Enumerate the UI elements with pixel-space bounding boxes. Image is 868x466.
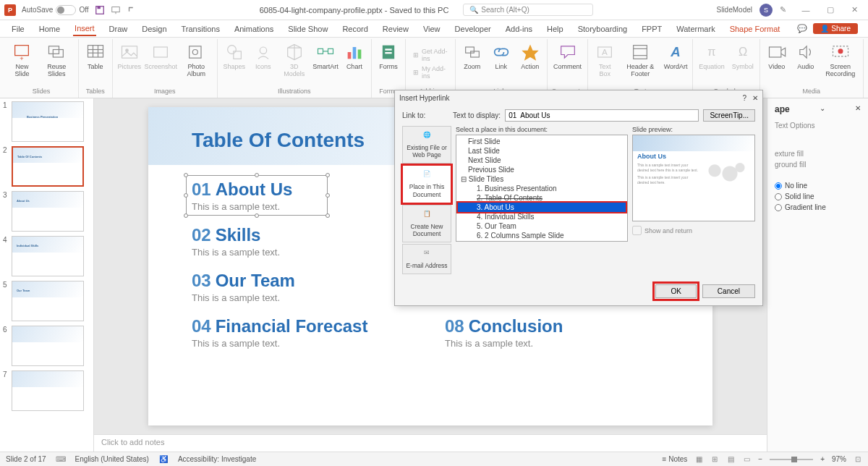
- close-pane-icon[interactable]: ✕: [855, 104, 861, 119]
- zoom-button[interactable]: Zoom: [460, 41, 485, 72]
- comment-button[interactable]: Comment: [552, 41, 583, 72]
- share-button[interactable]: 👤Share: [813, 23, 858, 34]
- cancel-button[interactable]: Cancel: [702, 284, 755, 298]
- place-next-slide[interactable]: Next Slide: [458, 156, 626, 165]
- toc-item-4[interactable]: 04Financial ForecastThis is a sample tex…: [192, 316, 416, 349]
- place-list[interactable]: First Slide Last Slide Next Slide Previo…: [456, 135, 628, 242]
- toc-item-2[interactable]: 02SkillsThis is a sample text.: [192, 225, 416, 258]
- screentip-button[interactable]: ScreenTip...: [703, 109, 755, 122]
- pictures-button[interactable]: Pictures: [117, 41, 142, 72]
- thumbnail-5[interactable]: Our Team: [12, 281, 84, 321]
- symbol-button[interactable]: ΩSymbol: [731, 41, 755, 72]
- 3d-models-button[interactable]: 3D Models: [280, 41, 309, 80]
- user-avatar[interactable]: S: [760, 4, 773, 17]
- linkto-create-new[interactable]: 📋Create New Document: [402, 205, 451, 242]
- screen-recording-button[interactable]: Screen Recording: [822, 41, 859, 80]
- place-previous-slide[interactable]: Previous Slide: [458, 165, 626, 174]
- wordart-button[interactable]: AWordArt: [663, 41, 688, 72]
- thumbnail-6[interactable]: [12, 326, 84, 366]
- linkto-place-in-document[interactable]: 📄Place in This Document: [402, 165, 451, 203]
- tab-view[interactable]: View: [422, 22, 442, 35]
- view-reading-icon[interactable]: ▤: [726, 455, 735, 464]
- pen-icon[interactable]: ✎: [780, 5, 790, 15]
- place-slide-2[interactable]: 2. Table Of Contents: [458, 193, 626, 203]
- place-slide-titles[interactable]: ⊟ Slide Titles: [458, 174, 626, 184]
- accessibility-status[interactable]: Accessibility: Investigate: [178, 455, 256, 463]
- action-button[interactable]: Action: [518, 41, 542, 72]
- zoom-in-button[interactable]: +: [820, 455, 825, 463]
- maximize-button[interactable]: ▢: [822, 1, 839, 19]
- tab-draw[interactable]: Draw: [108, 22, 129, 35]
- toc-item-8[interactable]: 08ConclusionThis is a sample text.: [445, 316, 669, 349]
- place-first-slide[interactable]: First Slide: [458, 137, 626, 146]
- show-and-return-checkbox[interactable]: Show and return: [632, 226, 755, 235]
- place-last-slide[interactable]: Last Slide: [458, 146, 626, 156]
- equation-button[interactable]: πEquation: [697, 41, 726, 72]
- toc-item-1[interactable]: 01About UsThis is a sample text.: [192, 179, 416, 212]
- tab-insert[interactable]: Insert: [73, 22, 96, 36]
- get-addins-button[interactable]: ⊞Get Add-ins: [410, 47, 451, 63]
- forms-button[interactable]: Forms: [376, 41, 401, 72]
- thumbnail-1[interactable]: Business Presentation: [12, 101, 84, 142]
- present-icon[interactable]: [111, 5, 121, 15]
- comments-icon[interactable]: 💬: [797, 24, 807, 34]
- screenshot-button[interactable]: Screenshot: [146, 41, 176, 72]
- language-status[interactable]: English (United States): [75, 455, 149, 463]
- icons-button[interactable]: Icons: [251, 41, 276, 72]
- dialog-help-icon[interactable]: ?: [742, 94, 746, 102]
- audio-button[interactable]: Audio: [793, 41, 818, 72]
- text-box-button[interactable]: AText Box: [592, 41, 617, 80]
- notes-toggle[interactable]: ≡ Notes: [663, 455, 688, 463]
- video-button[interactable]: Video: [765, 41, 789, 72]
- autosave-toggle[interactable]: AutoSave Off: [22, 5, 89, 15]
- place-slide-6[interactable]: 6. 2 Columns Sample Slide: [458, 231, 626, 240]
- solid-line-radio[interactable]: Solid line: [775, 192, 861, 200]
- ok-button[interactable]: OK: [655, 284, 696, 298]
- tab-shape-format[interactable]: Shape Format: [728, 22, 782, 35]
- tab-record[interactable]: Record: [341, 22, 369, 35]
- view-normal-icon[interactable]: ▦: [694, 455, 703, 464]
- thumbnail-7[interactable]: [12, 370, 84, 411]
- thumbnail-2[interactable]: Table Of Contents: [12, 146, 84, 187]
- slide-position[interactable]: Slide 2 of 17: [6, 455, 46, 463]
- reuse-slides-button[interactable]: Reuse Slides: [40, 41, 74, 80]
- tab-fppt[interactable]: FPPT: [640, 22, 663, 35]
- linkto-existing-file[interactable]: 🌐Existing File or Web Page: [402, 126, 451, 164]
- thumbnail-3[interactable]: About Us: [12, 191, 84, 232]
- text-options-tab[interactable]: Text Options: [775, 122, 861, 130]
- slide-thumbnails-panel[interactable]: 1Business Presentation 2Table Of Content…: [0, 98, 94, 452]
- linkto-email[interactable]: ✉E-mail Address: [402, 244, 451, 274]
- smartart-button[interactable]: SmartArt: [313, 41, 338, 72]
- close-button[interactable]: ✕: [846, 1, 864, 19]
- fit-to-window-icon[interactable]: ⊡: [854, 455, 862, 464]
- gradient-line-radio[interactable]: Gradient line: [775, 203, 861, 211]
- zoom-level[interactable]: 97%: [832, 455, 846, 463]
- search-input[interactable]: 🔍 Search (Alt+Q): [463, 4, 593, 16]
- place-slide-5[interactable]: 5. Our Team: [458, 221, 626, 231]
- no-line-radio[interactable]: No line: [775, 182, 861, 190]
- minimize-button[interactable]: —: [797, 1, 814, 19]
- zoom-slider[interactable]: [770, 459, 813, 460]
- tab-addins[interactable]: Add-ins: [504, 22, 534, 35]
- new-slide-button[interactable]: +New Slide: [9, 41, 35, 80]
- place-slide-3[interactable]: 3. About Us: [458, 203, 626, 212]
- notes-pane[interactable]: Click to add notes: [94, 434, 767, 452]
- chevron-down-icon[interactable]: ⌄: [820, 104, 825, 119]
- my-addins-button[interactable]: ⊞My Add-ins: [410, 64, 451, 80]
- toggle-icon[interactable]: [56, 5, 76, 15]
- toc-item-3[interactable]: 03Our TeamThis is a sample text.: [192, 271, 416, 303]
- tab-file[interactable]: File: [10, 22, 26, 35]
- tab-transitions[interactable]: Transitions: [180, 22, 221, 35]
- tab-help[interactable]: Help: [545, 22, 565, 35]
- thumbnail-4[interactable]: Individual Skills: [12, 236, 84, 276]
- place-slide-1[interactable]: 1. Business Presentation: [458, 184, 626, 193]
- view-slideshow-icon[interactable]: ▭: [742, 455, 751, 464]
- place-slide-4[interactable]: 4. Individual Skills: [458, 212, 626, 221]
- tab-design[interactable]: Design: [140, 22, 168, 35]
- tab-developer[interactable]: Developer: [454, 22, 493, 35]
- chart-button[interactable]: Chart: [342, 41, 367, 72]
- header-footer-button[interactable]: Header & Footer: [621, 41, 659, 80]
- save-icon[interactable]: [95, 5, 105, 15]
- tab-slideshow[interactable]: Slide Show: [286, 22, 329, 35]
- text-to-display-input[interactable]: [505, 109, 699, 122]
